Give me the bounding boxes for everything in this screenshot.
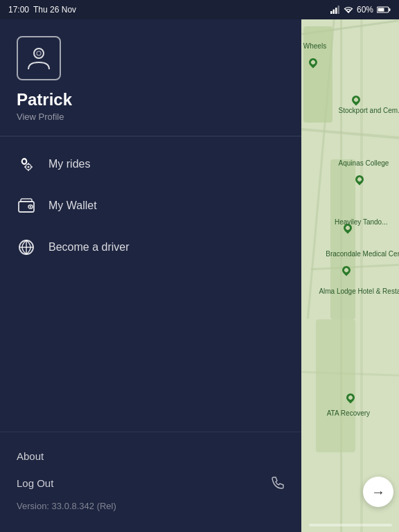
status-bar: 17:00 Thu 26 Nov 60%	[0, 0, 399, 19]
version-label: Version: 33.0.8.342 (Rel)	[17, 497, 285, 515]
svg-point-18	[30, 206, 31, 207]
logout-button[interactable]: Log Out	[17, 469, 285, 497]
nav-label-my-rides: My rides	[48, 158, 90, 170]
logout-label: Log Out	[17, 477, 53, 489]
view-profile-link[interactable]: View Profile	[17, 112, 285, 122]
map-arrow-button[interactable]: →	[363, 477, 393, 507]
avatar[interactable]	[17, 36, 61, 80]
wifi-icon	[344, 6, 353, 14]
map-background: Wheels Stockport and Cem... Aquinas Coll…	[301, 0, 399, 532]
map-label-heaviley: Heaviley Tando...	[335, 218, 388, 226]
wallet-icon	[17, 196, 36, 215]
svg-rect-16	[19, 202, 34, 212]
map-label-bracondale: Bracondale Medical Centre	[326, 250, 399, 258]
time-display: 17:00	[8, 5, 29, 15]
about-link[interactable]: About	[17, 443, 285, 469]
nav-item-become-driver[interactable]: Become a driver	[0, 227, 301, 268]
arrow-icon: →	[371, 484, 385, 500]
svg-point-8	[37, 51, 41, 55]
svg-point-11	[28, 166, 30, 168]
nav-item-my-wallet[interactable]: My Wallet	[0, 185, 301, 227]
svg-rect-6	[378, 8, 384, 12]
nav-label-become-driver: Become a driver	[48, 241, 130, 254]
home-bar	[309, 524, 392, 526]
battery-level: 60%	[357, 5, 373, 15]
about-label: About	[17, 450, 44, 462]
map-area: Wheels Stockport and Cem... Aquinas Coll…	[301, 0, 399, 532]
map-label-alma: Alma Lodge Hotel & Restaurant Stockport.…	[319, 287, 399, 295]
battery-icon	[377, 6, 391, 14]
svg-rect-5	[389, 8, 391, 11]
sidebar: Patrick View Profile My rid	[0, 0, 301, 532]
profile-name: Patrick	[17, 90, 285, 109]
profile-section: Patrick View Profile	[0, 19, 301, 136]
nav-items: My rides My Wallet	[0, 136, 301, 432]
signal-icon	[330, 6, 340, 14]
nav-label-my-wallet: My Wallet	[48, 200, 97, 212]
map-pin-aquinas	[353, 174, 365, 186]
date-display: Thu 26 Nov	[33, 5, 76, 15]
svg-rect-3	[337, 6, 339, 14]
nav-item-my-rides[interactable]: My rides	[0, 143, 301, 185]
svg-rect-1	[332, 10, 335, 15]
phone-icon	[271, 476, 285, 490]
driver-icon	[17, 238, 36, 257]
svg-rect-0	[330, 11, 332, 14]
map-label-stockport: Stockport and Cem...	[339, 107, 399, 114]
user-avatar-icon	[25, 44, 53, 72]
map-label-wheels: Wheels	[303, 42, 326, 50]
svg-point-7	[34, 48, 44, 58]
map-label-recovery: ATA Recovery	[327, 409, 370, 417]
map-label-aquinas: Aquinas College	[339, 159, 389, 167]
sidebar-footer: About Log Out Version: 33.0.8.342 (Rel)	[0, 432, 301, 532]
svg-rect-2	[335, 8, 337, 14]
rides-icon	[17, 154, 36, 174]
